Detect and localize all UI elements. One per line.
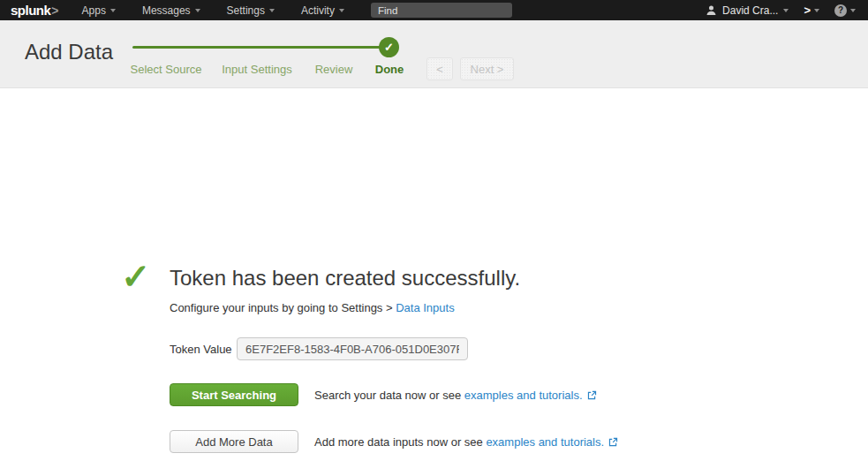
action-row-add-more-data: Add More Data Add more data inputs now o… [170, 430, 805, 453]
success-title: Token has been created successfully. [170, 266, 805, 291]
back-button[interactable]: < [426, 57, 453, 80]
add-more-data-button[interactable]: Add More Data [170, 430, 298, 453]
menu-activity-label: Activity [301, 4, 335, 17]
examples-tutorials-link[interactable]: examples and tutorials. [486, 435, 604, 449]
token-value-input[interactable] [237, 337, 468, 360]
user-name: David Cra... [722, 4, 778, 17]
token-value-label: Token Value [170, 343, 237, 356]
chevron-down-icon [339, 9, 344, 12]
help-menu[interactable]: ? [834, 4, 856, 17]
wizard-step-input-settings: Input Settings [222, 63, 292, 76]
chevron-down-icon [783, 9, 789, 12]
wizard-nav-buttons: < Next > [426, 57, 514, 80]
splunk-logo[interactable]: splunk > [11, 3, 59, 18]
top-nav-right-cluster: David Cra... > ? [706, 4, 856, 17]
success-subtitle-text: Configure your inputs by going to Settin… [170, 301, 396, 314]
splunk-logo-chevron-icon: > [51, 4, 58, 18]
examples-tutorials-link[interactable]: examples and tutorials. [464, 389, 583, 402]
menu-apps[interactable]: Apps [82, 4, 116, 17]
page-header: Add Data ✓ Select Source Input Settings … [0, 20, 868, 88]
data-inputs-link[interactable]: Data Inputs [396, 301, 455, 314]
wizard-step-review: Review [315, 63, 353, 76]
wizard-step-select-source: Select Source [131, 63, 202, 76]
start-searching-button[interactable]: Start Searching [170, 383, 298, 406]
console-chevron-icon: > [804, 4, 811, 17]
chevron-down-icon [814, 9, 819, 12]
user-menu[interactable]: David Cra... [706, 4, 789, 17]
action-description-text: Search your data now or see [314, 389, 464, 402]
help-icon: ? [834, 4, 847, 17]
action-row-start-searching: Start Searching Search your data now or … [170, 383, 805, 406]
wizard-progress-line [132, 46, 389, 49]
menu-messages-label: Messages [142, 4, 191, 17]
action-description: Search your data now or see examples and… [314, 389, 597, 402]
main-content: ✓ Token has been created successfully. C… [0, 88, 868, 475]
menu-activity[interactable]: Activity [301, 4, 344, 17]
menu-messages[interactable]: Messages [142, 4, 200, 17]
top-nav-bar: splunk > Apps Messages Settings Activity… [0, 0, 868, 20]
menu-settings-label: Settings [227, 4, 265, 17]
token-row: Token Value [170, 337, 805, 360]
chevron-down-icon [850, 9, 856, 12]
menu-apps-label: Apps [82, 4, 106, 17]
chevron-down-icon [110, 9, 116, 12]
wizard-done-check-icon: ✓ [379, 37, 399, 57]
chevron-down-icon [269, 9, 275, 12]
find-search-input[interactable] [371, 3, 512, 18]
splunk-logo-text: splunk [11, 3, 50, 18]
wizard-step-done: Done [375, 63, 404, 76]
success-subtitle: Configure your inputs by going to Settin… [170, 301, 805, 314]
chevron-down-icon [195, 9, 200, 12]
action-description-text: Add more data inputs now or see [314, 435, 486, 449]
splunk-console-menu[interactable]: > [804, 4, 819, 17]
wizard-progress: ✓ Select Source Input Settings Review Do… [132, 20, 415, 88]
page-title: Add Data [25, 40, 113, 64]
user-icon [706, 4, 717, 16]
next-steps-actions: Start Searching Search your data now or … [170, 383, 805, 476]
action-description: Add more data inputs now or see examples… [314, 435, 618, 449]
external-link-icon[interactable] [587, 390, 597, 400]
success-check-icon: ✓ [121, 259, 151, 294]
menu-settings[interactable]: Settings [227, 4, 275, 17]
external-link-icon[interactable] [608, 437, 618, 447]
next-button[interactable]: Next > [460, 57, 514, 80]
